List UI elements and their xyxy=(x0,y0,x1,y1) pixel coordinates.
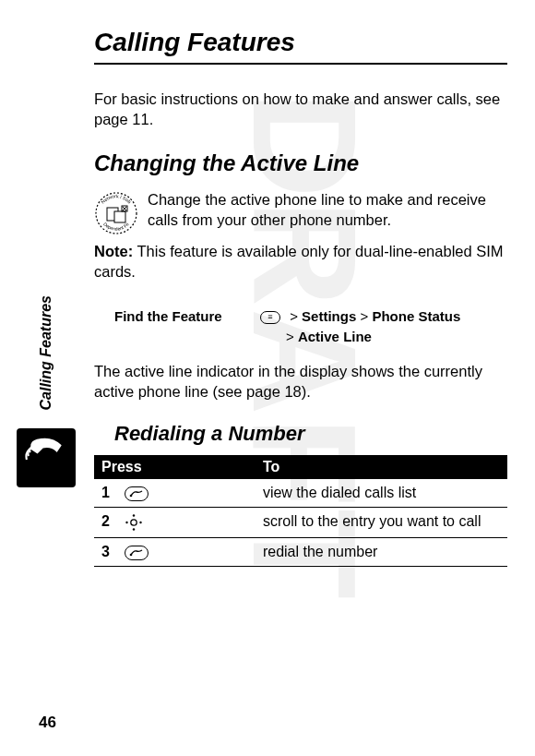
send-key-icon xyxy=(125,546,149,560)
table-row: 1 view the dialed calls list xyxy=(94,479,507,508)
note-label: Note: xyxy=(94,243,133,259)
table-row: 2 scroll to the entry you w xyxy=(94,508,507,538)
nav-key-icon xyxy=(125,513,143,532)
send-key-icon xyxy=(125,486,149,501)
svg-point-15 xyxy=(130,554,133,557)
change-line-paragraph: Change the active phone line to make and… xyxy=(94,189,507,231)
svg-text:Network / Subscription: Network / Subscription xyxy=(94,191,133,205)
svg-point-13 xyxy=(125,522,127,523)
intro-paragraph: For basic instructions on how to make an… xyxy=(94,89,507,130)
svg-point-12 xyxy=(133,528,135,530)
redial-steps-table: Press To 1 view the dialed calls list 2 xyxy=(94,455,507,567)
svg-point-14 xyxy=(139,522,141,523)
col-press: Press xyxy=(94,455,256,479)
side-margin: Calling Features xyxy=(17,295,76,487)
network-feature-icon: Network / Subscription Dependent Feature xyxy=(94,191,138,235)
find-feature-path: ≡ > Settings > Phone Status > Active Lin… xyxy=(260,306,507,348)
find-the-feature: Find the Feature ≡ > Settings > Phone St… xyxy=(114,306,507,348)
phone-handset-icon xyxy=(17,428,76,487)
section-redialing: Redialing a Number xyxy=(114,422,507,446)
section-changing-active-line: Changing the Active Line xyxy=(94,150,507,176)
chapter-title: Calling Features xyxy=(94,28,507,65)
col-to: To xyxy=(256,455,507,479)
svg-point-10 xyxy=(131,520,137,525)
note-text: This feature is available only for dual-… xyxy=(94,243,504,280)
table-row: 3 redial the number xyxy=(94,538,507,567)
svg-point-11 xyxy=(133,514,135,516)
svg-point-9 xyxy=(130,495,133,498)
active-line-outro: The active line indicator in the display… xyxy=(94,361,507,402)
menu-key-icon: ≡ xyxy=(260,311,280,324)
page-number: 46 xyxy=(39,714,56,732)
find-feature-label: Find the Feature xyxy=(114,306,244,348)
svg-rect-5 xyxy=(114,211,125,222)
note-paragraph: Note: This feature is available only for… xyxy=(94,241,507,282)
side-section-label: Calling Features xyxy=(38,295,54,410)
